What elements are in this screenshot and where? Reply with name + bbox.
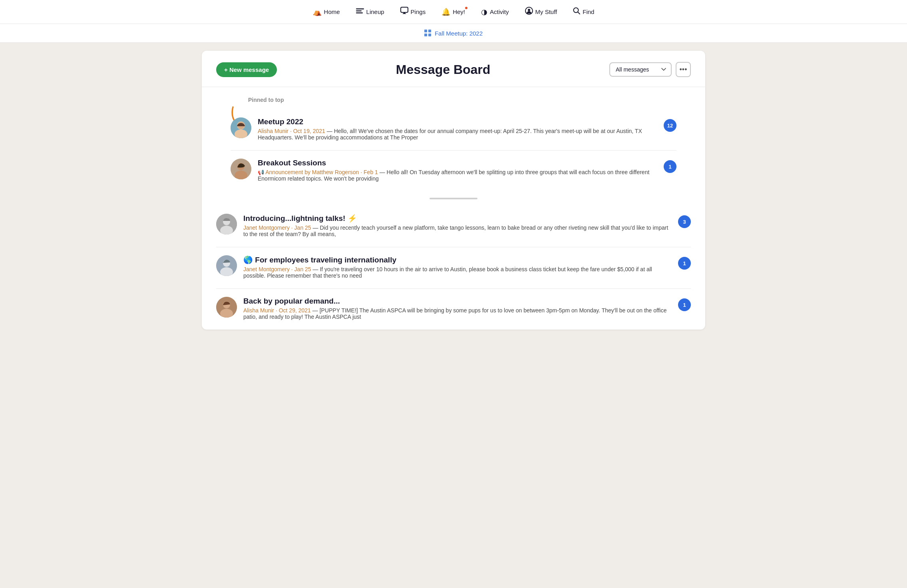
hey-icon: 🔔 [442, 8, 450, 16]
message-content: 🌎 For employees traveling internationall… [243, 255, 672, 280]
message-date: · Jan 25 [291, 224, 311, 231]
message-content: Back by popular demand... Alisha Munir ·… [243, 297, 672, 322]
lineup-icon [356, 8, 364, 16]
activity-icon: ◑ [481, 8, 487, 16]
message-title: 🌎 For employees traveling internationall… [243, 255, 672, 264]
message-meta: Alisha Munir · Oct 29, 2021 — [PUPPY TIM… [243, 307, 672, 320]
svg-rect-3 [401, 7, 408, 12]
pinned-messages-list: Meetup 2022 Alisha Munir · Oct 19, 2021 … [216, 109, 691, 191]
divider-line [430, 198, 477, 199]
message-content: Introducing...lightning talks! ⚡ Janet M… [243, 214, 672, 239]
message-content: Meetup 2022 Alisha Munir · Oct 19, 2021 … [258, 117, 657, 142]
nav-find-label: Find [583, 8, 594, 15]
avatar [216, 255, 237, 276]
section-divider [202, 191, 705, 206]
message-title: Back by popular demand... [243, 297, 672, 306]
message-author: Alisha Munir [258, 128, 288, 134]
announcement-icon: 📢 [258, 169, 264, 175]
reply-count-badge: 12 [664, 119, 676, 132]
top-nav: ⛺ Home Lineup Pings 🔔 Hey! ◑ Activity My… [0, 0, 907, 24]
reply-count-badge: 3 [678, 215, 691, 228]
message-item[interactable]: Introducing...lightning talks! ⚡ Janet M… [216, 206, 691, 247]
message-item[interactable]: 🌎 For employees traveling internationall… [216, 247, 691, 289]
svg-point-5 [528, 9, 530, 11]
pings-icon [400, 7, 408, 17]
message-separator: · Oct 19, 2021 [290, 128, 325, 134]
header-right: All messages By me Announcements ••• [609, 62, 691, 77]
avatar [231, 159, 251, 179]
message-title: Introducing...lightning talks! ⚡ [243, 214, 672, 223]
more-dots-icon: ••• [680, 66, 687, 74]
filter-select[interactable]: All messages By me Announcements [609, 62, 672, 77]
message-item[interactable]: Back by popular demand... Alisha Munir ·… [216, 289, 691, 330]
nav-activity-label: Activity [490, 8, 509, 15]
reply-count-badge: 1 [664, 160, 676, 173]
hey-badge [464, 6, 468, 10]
more-options-button[interactable]: ••• [676, 62, 691, 77]
nav-mystuff[interactable]: My Stuff [519, 4, 564, 20]
avatar [231, 117, 251, 138]
message-author: Alisha Munir [243, 307, 274, 314]
find-icon [573, 7, 580, 16]
project-icon [424, 30, 432, 37]
nav-pings[interactable]: Pings [394, 4, 432, 20]
nav-home[interactable]: ⛺ Home [306, 4, 346, 20]
message-meta: 📢 Announcement by Matthew Rogerson · Feb… [258, 169, 657, 182]
message-meta: Janet Montgomery · Jan 25 — Did you rece… [243, 224, 672, 237]
nav-pings-label: Pings [411, 8, 426, 15]
nav-lineup-label: Lineup [366, 8, 384, 15]
reply-count-badge: 1 [678, 257, 691, 270]
message-item[interactable]: Breakout Sessions 📢 Announcement by Matt… [231, 151, 676, 191]
message-meta: Alisha Munir · Oct 19, 2021 — Hello, all… [258, 128, 657, 141]
pinned-section: Pinned to top Meetup 2022 Alisha Munir ·… [202, 87, 705, 191]
svg-rect-2 [356, 12, 363, 14]
avatar [216, 297, 237, 318]
reply-count-badge: 1 [678, 298, 691, 311]
nav-home-label: Home [324, 8, 340, 15]
message-meta: Janet Montgomery · Jan 25 — If you're tr… [243, 266, 672, 279]
mystuff-icon [525, 7, 533, 17]
pinned-label: Pinned to top [216, 97, 691, 103]
new-message-button[interactable]: + New message [216, 62, 277, 77]
regular-messages-list: Introducing...lightning talks! ⚡ Janet M… [202, 206, 705, 330]
message-title: Meetup 2022 [258, 117, 657, 126]
nav-hey-label: Hey! [453, 8, 465, 15]
breadcrumb-link[interactable]: Fall Meetup: 2022 [435, 30, 483, 37]
main-container: + New message Message Board All messages… [194, 51, 713, 330]
home-icon: ⛺ [313, 8, 322, 16]
message-date: · Jan 25 [291, 266, 311, 272]
breadcrumb-bar: Fall Meetup: 2022 [0, 24, 907, 43]
message-date: · Oct 29, 2021 [276, 307, 311, 314]
announcement-author: Announcement by Matthew Rogerson · Feb 1 [265, 169, 378, 175]
message-title: Breakout Sessions [258, 159, 657, 167]
page-title: Message Board [277, 62, 609, 77]
nav-find[interactable]: Find [567, 4, 601, 20]
nav-activity[interactable]: ◑ Activity [475, 4, 515, 20]
nav-mystuff-label: My Stuff [535, 8, 557, 15]
svg-rect-0 [356, 8, 364, 10]
svg-rect-1 [356, 10, 362, 12]
board-header: + New message Message Board All messages… [202, 51, 705, 87]
message-content: Breakout Sessions 📢 Announcement by Matt… [258, 159, 657, 183]
svg-line-7 [578, 12, 580, 14]
message-author: Janet Montgomery [243, 266, 290, 272]
nav-hey[interactable]: 🔔 Hey! [435, 4, 471, 20]
avatar [216, 214, 237, 234]
message-author: Janet Montgomery [243, 224, 290, 231]
message-item[interactable]: Meetup 2022 Alisha Munir · Oct 19, 2021 … [231, 109, 676, 151]
message-board-wrapper: + New message Message Board All messages… [202, 51, 705, 330]
nav-lineup[interactable]: Lineup [350, 4, 391, 19]
